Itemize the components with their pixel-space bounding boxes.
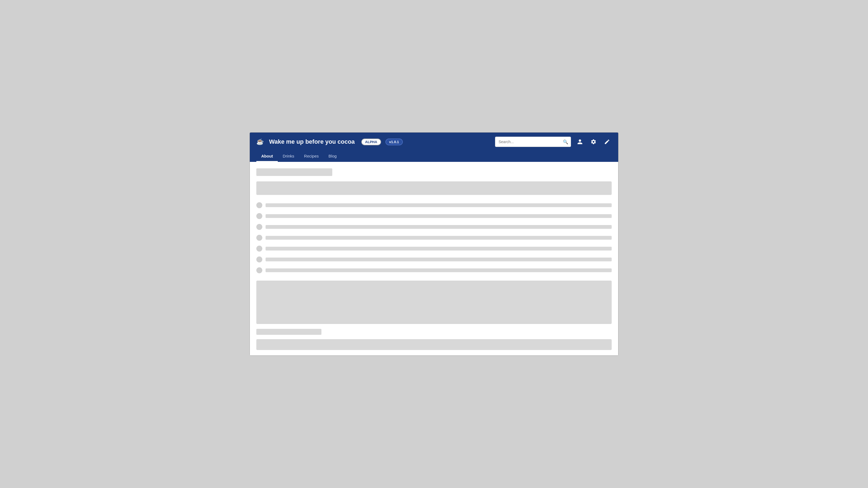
skeleton-list-item — [256, 222, 612, 232]
user-icon — [577, 139, 583, 145]
header: ☕ Wake me up before you cocoa ALPHA v1.0… — [250, 133, 618, 151]
edit-icon — [604, 139, 610, 145]
nav-item-recipes[interactable]: Recipes — [299, 151, 323, 161]
skeleton-bullet — [256, 246, 262, 252]
skeleton-list-item — [256, 243, 612, 254]
gear-icon — [590, 139, 596, 145]
skeleton-line — [266, 225, 612, 229]
search-input[interactable] — [495, 137, 571, 147]
skeleton-line — [266, 203, 612, 207]
app-window: ☕ Wake me up before you cocoa ALPHA v1.0… — [250, 132, 618, 356]
nav-item-about[interactable]: About — [256, 151, 278, 161]
skeleton-bullet — [256, 213, 262, 219]
skeleton-line — [266, 247, 612, 251]
skeleton-bullet — [256, 224, 262, 230]
user-button[interactable] — [575, 138, 585, 146]
skeleton-banner — [256, 182, 612, 195]
skeleton-line — [266, 236, 612, 240]
search-wrapper: 🔍 — [495, 137, 571, 147]
nav-item-drinks[interactable]: Drinks — [278, 151, 299, 161]
skeleton-line — [266, 258, 612, 261]
skeleton-image — [256, 281, 612, 324]
nav-item-blog[interactable]: Blog — [323, 151, 341, 161]
content-area — [250, 162, 618, 355]
app-logo-icon: ☕ — [256, 138, 264, 145]
skeleton-line — [266, 268, 612, 272]
skeleton-list — [256, 200, 612, 276]
nav-bar: About Drinks Recipes Blog — [250, 151, 618, 162]
skeleton-footer-title — [256, 329, 321, 335]
skeleton-title — [256, 168, 332, 176]
skeleton-bullet — [256, 267, 262, 273]
skeleton-list-item — [256, 265, 612, 276]
skeleton-line — [266, 214, 612, 218]
skeleton-list-item — [256, 210, 612, 222]
skeleton-bullet — [256, 257, 262, 262]
edit-button[interactable] — [602, 138, 612, 146]
skeleton-list-item — [256, 254, 612, 265]
app-title: Wake me up before you cocoa — [269, 138, 355, 145]
skeleton-list-item — [256, 200, 612, 210]
skeleton-bullet — [256, 235, 262, 241]
skeleton-bullet — [256, 202, 262, 208]
skeleton-list-item — [256, 232, 612, 243]
version-badge: v1.0.1 — [385, 138, 403, 145]
skeleton-footer-bar — [256, 339, 612, 350]
alpha-badge: ALPHA — [361, 138, 381, 145]
settings-button[interactable] — [589, 138, 598, 146]
